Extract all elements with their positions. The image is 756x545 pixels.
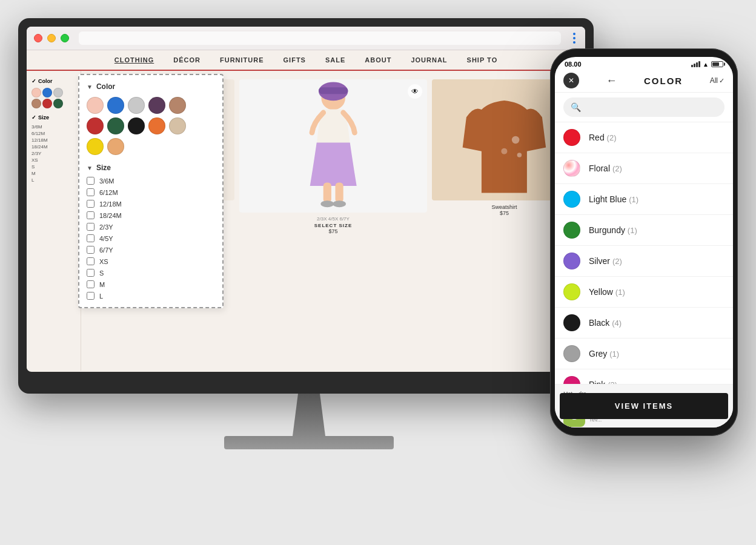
product-size-info: 2/3X 4/5X 6/7Y [239, 216, 427, 222]
size-option-6-12m[interactable]: 6/12M [87, 188, 215, 196]
browser-minimize-dot[interactable] [47, 34, 56, 42]
phone-screen: 08.00 ▲ ✕ ← COLOR [555, 57, 733, 428]
color-chevron-icon: ▼ [87, 84, 93, 90]
product-image-cream-dress: 👁 [239, 79, 427, 213]
color-list-item-floral[interactable]: Floral (2) [555, 153, 733, 184]
view-items-button[interactable]: VIEW ITEMS [560, 393, 728, 419]
sidebar-swatch-grey[interactable] [53, 88, 63, 97]
swatch-tan[interactable] [169, 97, 186, 114]
monitor: CLOTHING DÉCOR FURNITURE GIFTS SALE ABOU… [18, 18, 600, 454]
swatch-purple[interactable] [148, 97, 165, 114]
product-select-size[interactable]: SELECT SIZE [239, 223, 427, 228]
color-list-item-silver[interactable]: Silver (2) [555, 246, 733, 277]
browser-close-dot[interactable] [34, 34, 42, 42]
site-nav: CLOTHING DÉCOR FURNITURE GIFTS SALE ABOU… [27, 50, 585, 71]
sidebar-size-6-12m: 6/12M [31, 131, 76, 136]
color-list-item-red[interactable]: Red (2) [555, 122, 733, 153]
size-option-2-3y[interactable]: 2/3Y [87, 223, 215, 231]
color-label-silver: Silver (2) [589, 256, 622, 266]
swatch-cream[interactable] [169, 117, 186, 134]
color-label-yellow: Yellow (1) [589, 287, 625, 297]
color-filter-list: Red (2)Floral (2)Light Blue (1)Burgundy … [555, 122, 733, 384]
svg-rect-3 [319, 87, 348, 94]
nav-gifts[interactable]: GIFTS [284, 56, 306, 64]
nav-journal[interactable]: JOURNAL [411, 56, 447, 64]
sidebar-swatch-blue[interactable] [42, 88, 52, 97]
nav-decor[interactable]: DÉCOR [173, 56, 201, 64]
color-label-black: Black (4) [589, 318, 622, 328]
size-chevron-icon: ▼ [87, 165, 93, 171]
swatch-blue[interactable] [107, 97, 124, 114]
sidebar-swatch-green[interactable] [53, 99, 63, 108]
color-dot-black [563, 314, 580, 331]
size-option-3-6m[interactable]: 3/6M [87, 177, 215, 185]
size-option-s[interactable]: S [87, 269, 215, 277]
search-bar[interactable]: 🔍 [563, 97, 724, 117]
monitor-frame: CLOTHING DÉCOR FURNITURE GIFTS SALE ABOU… [18, 18, 594, 394]
size-option-18-24m[interactable]: 18/24M [87, 211, 215, 219]
phone-status-bar: 08.00 ▲ [555, 57, 733, 69]
nav-furniture[interactable]: FURNITURE [220, 56, 264, 64]
color-list-item-pink[interactable]: Pink (3) [555, 369, 733, 384]
signal-bars-icon [691, 61, 700, 67]
color-list-item-yellow[interactable]: Yellow (1) [555, 277, 733, 308]
color-label-red: Red (2) [589, 133, 616, 142]
back-button[interactable]: ← [606, 74, 617, 87]
check-mark-icon: ✓ [719, 77, 724, 85]
filter-size-label: Size [96, 164, 111, 172]
swatch-orange[interactable] [148, 117, 165, 134]
swatch-light-grey[interactable] [128, 97, 145, 114]
swatch-red[interactable] [87, 117, 104, 134]
color-count-yellow: (1) [615, 288, 625, 297]
product-price-dress: $75 [239, 228, 427, 234]
sidebar-size-2-3y: 2/3Y [31, 151, 76, 156]
all-filter-button[interactable]: All ✓ [710, 76, 724, 85]
size-option-4-5y[interactable]: 4/5Y [87, 234, 215, 242]
swatch-light-tan[interactable] [107, 138, 124, 155]
size-option-12-18m[interactable]: 12/18M [87, 200, 215, 208]
nav-about[interactable]: ABOUT [365, 56, 391, 64]
size-option-6-7y[interactable]: 6/7Y [87, 246, 215, 254]
filter-size-header: ▼ Size [87, 164, 215, 172]
color-dot-pink [563, 376, 580, 384]
browser-chrome [27, 27, 585, 50]
phone-footer: VIEW ITEMS [560, 393, 728, 419]
swatch-peach[interactable] [87, 97, 104, 114]
color-list-item-grey[interactable]: Grey (1) [555, 339, 733, 369]
sidebar-color-section: ✓ Color [31, 78, 76, 84]
nav-sale[interactable]: SALE [325, 56, 345, 64]
phone-search-area: 🔍 [555, 93, 733, 122]
color-list-item-black[interactable]: Black (4) [555, 308, 733, 339]
size-option-m[interactable]: M [87, 280, 215, 288]
svg-rect-4 [323, 183, 331, 203]
close-button[interactable]: ✕ [563, 73, 579, 88]
swatch-dark-green[interactable] [107, 117, 124, 134]
monitor-stand-neck [291, 394, 327, 436]
swatch-black[interactable] [128, 117, 145, 134]
swatch-yellow[interactable] [87, 138, 104, 155]
sidebar-swatch-red[interactable] [42, 99, 52, 108]
color-count-silver: (2) [612, 257, 622, 266]
phone-header: ✕ ← COLOR All ✓ [555, 69, 733, 93]
browser-maximize-dot[interactable] [61, 34, 69, 42]
color-list-item-light-blue[interactable]: Light Blue (1) [555, 184, 733, 215]
phone-time: 08.00 [565, 61, 582, 68]
svg-point-7 [333, 200, 346, 207]
size-option-l[interactable]: L [87, 292, 215, 300]
product-card-cream-dress[interactable]: 👁 2/3X 4/5X 6/7Y SELECT SIZE $75 [237, 77, 429, 237]
sidebar-color-swatches [31, 88, 76, 108]
browser-url-bar[interactable] [79, 31, 561, 45]
filter-color-swatches [87, 97, 215, 155]
nav-clothing[interactable]: CLOTHING [114, 56, 154, 64]
svg-rect-5 [335, 183, 343, 203]
sidebar-swatch-peach[interactable] [31, 88, 41, 97]
color-dot-grey [563, 345, 580, 362]
nav-ship-to[interactable]: SHIP TO [467, 56, 498, 64]
size-option-xs[interactable]: XS [87, 257, 215, 265]
svg-point-9 [502, 148, 508, 154]
sidebar-swatch-tan[interactable] [31, 99, 41, 108]
color-count-red: (2) [607, 133, 617, 142]
color-list-item-burgundy[interactable]: Burgundy (1) [555, 215, 733, 246]
battery-fill [712, 62, 719, 66]
browser-menu-icon[interactable] [571, 31, 578, 45]
